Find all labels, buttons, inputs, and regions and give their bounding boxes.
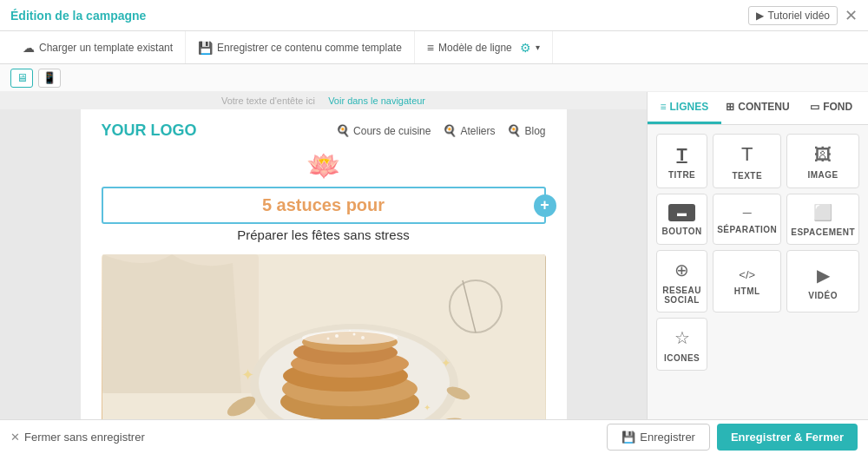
lines-icon: ≡ — [427, 41, 434, 55]
top-bar: Édition de la campagne ▶ Tutoriel vidéo … — [0, 0, 868, 31]
icones-icon: ☆ — [674, 327, 690, 348]
lotus-icon: 🪷 — [81, 152, 567, 181]
svg-point-19 — [335, 334, 339, 338]
html-icon: </> — [739, 268, 755, 281]
nav-item-cours: 🍳 Cours de cuisine — [336, 124, 431, 137]
upload-template-button[interactable]: ☁ Charger un template existant — [10, 31, 186, 63]
top-bar-right: ▶ Tutoriel vidéo ✕ — [748, 6, 858, 25]
html-label: HTML — [734, 286, 760, 296]
chevron-down-icon: ▾ — [536, 43, 540, 52]
email-image-row: ✦ ✦ ✦ — [81, 254, 567, 419]
email-title: 5 astuces pour — [262, 195, 385, 214]
save-template-button[interactable]: 💾 Enregistrer ce contenu comme template — [186, 31, 415, 63]
email-subtitle: Préparer les fêtes sans stress — [102, 224, 546, 249]
separation-icon: ─ — [743, 206, 752, 220]
video-icon: ▶ — [817, 265, 830, 286]
tab-fond[interactable]: ▭ FOND — [794, 92, 868, 124]
preview-bar: Votre texte d'entête ici Voir dans le na… — [0, 92, 647, 109]
panel-item-texte[interactable]: T TEXTE — [713, 134, 781, 188]
add-section-button[interactable]: + — [534, 194, 556, 217]
email-header: YOUR LOGO 🍳 Cours de cuisine 🍳 Ateliers … — [81, 109, 567, 152]
reseau-social-icon: ⊕ — [674, 260, 689, 280]
save-button[interactable]: 💾 Enregistrer — [607, 424, 710, 451]
image-icon: 🖼 — [814, 145, 832, 165]
canvas-area: Votre texte d'entête ici Voir dans le na… — [0, 92, 647, 419]
tutorial-button[interactable]: ▶ Tutoriel vidéo — [748, 6, 838, 25]
video-icon: ▶ — [756, 10, 764, 22]
panel-grid: T TITRE T TEXTE 🖼 IMAGE ▬ BOUTON ─ SÉPAR… — [648, 125, 868, 379]
line-model-button[interactable]: ≡ Modèle de ligne ⚙ ▾ — [415, 31, 553, 63]
svg-point-20 — [352, 333, 355, 336]
svg-text:✦: ✦ — [441, 356, 451, 370]
blog-icon: 🍳 — [507, 124, 521, 137]
tab-lignes[interactable]: ≡ LIGNES — [648, 92, 721, 124]
texte-label: TEXTE — [732, 171, 762, 181]
texte-icon: T — [741, 143, 753, 166]
logo-highlight: YOUR — [102, 122, 151, 139]
email-canvas: YOUR LOGO 🍳 Cours de cuisine 🍳 Ateliers … — [81, 109, 567, 419]
panel-item-espacement[interactable]: ⬜ ESPACEMENT — [786, 194, 859, 245]
device-bar: 🖥 📱 — [0, 64, 868, 92]
panel-item-reseau-social[interactable]: ⊕ RESEAU SOCIAL — [656, 250, 707, 313]
email-title-box[interactable]: 5 astuces pour + — [102, 187, 546, 224]
svg-point-10 — [302, 331, 398, 345]
lignes-tab-icon: ≡ — [660, 101, 666, 113]
tab-contenu[interactable]: ⊞ CONTENU — [721, 92, 795, 124]
panel-item-image[interactable]: 🖼 IMAGE — [786, 134, 859, 188]
cours-icon: 🍳 — [336, 124, 350, 137]
panel-item-video[interactable]: ▶ VIDÉO — [786, 250, 859, 313]
food-image: ✦ ✦ ✦ — [102, 254, 546, 419]
contenu-tab-icon: ⊞ — [726, 101, 734, 113]
svg-point-23 — [349, 330, 351, 332]
ateliers-icon: 🍳 — [443, 124, 457, 137]
separation-label: SÉPARATION — [717, 225, 777, 234]
cancel-button[interactable]: ✕ Fermer sans enregistrer — [10, 431, 145, 444]
bottom-right-actions: 💾 Enregistrer Enregistrer & Fermer — [607, 424, 858, 451]
nav-item-ateliers: 🍳 Ateliers — [443, 124, 495, 137]
email-nav: 🍳 Cours de cuisine 🍳 Ateliers 🍳 Blog — [336, 124, 545, 137]
email-title-row[interactable]: 5 astuces pour + Préparer les fêtes sans… — [81, 181, 567, 254]
panel-item-separation[interactable]: ─ SÉPARATION — [713, 194, 781, 245]
right-panel: ≡ LIGNES ⊞ CONTENU ▭ FOND T TITRE T TEXT… — [647, 92, 868, 419]
save-icon: 💾 — [621, 431, 635, 444]
panel-item-html[interactable]: </> HTML — [713, 250, 781, 313]
close-button[interactable]: ✕ — [845, 6, 858, 25]
save-close-button[interactable]: Enregistrer & Fermer — [717, 424, 858, 451]
svg-point-22 — [326, 338, 329, 340]
page-title: Édition de la campagne — [10, 9, 146, 23]
espacement-icon: ⬜ — [813, 203, 832, 222]
icones-label: ICONES — [664, 353, 700, 363]
gear-icon: ⚙ — [520, 41, 531, 55]
titre-icon: T — [676, 145, 687, 165]
toolbar: ☁ Charger un template existant 💾 Enregis… — [0, 31, 868, 64]
image-label: IMAGE — [808, 170, 838, 180]
x-icon: ✕ — [10, 431, 20, 444]
bottom-bar: ✕ Fermer sans enregistrer 💾 Enregistrer … — [0, 419, 868, 454]
fond-tab-icon: ▭ — [810, 101, 819, 113]
mobile-device-button[interactable]: 📱 — [38, 69, 61, 88]
espacement-label: ESPACEMENT — [791, 227, 855, 237]
logo: YOUR LOGO — [102, 122, 197, 140]
save-icon: 💾 — [198, 41, 213, 55]
titre-label: TITRE — [668, 170, 695, 180]
bouton-label: BOUTON — [662, 227, 702, 236]
main-layout: Votre texte d'entête ici Voir dans le na… — [0, 92, 868, 419]
panel-item-icones[interactable]: ☆ ICONES — [656, 318, 707, 371]
view-browser-link[interactable]: Voir dans le navigateur — [328, 95, 425, 106]
video-label: VIDÉO — [808, 291, 838, 300]
svg-text:✦: ✦ — [424, 403, 431, 412]
nav-item-blog: 🍳 Blog — [507, 124, 545, 137]
panel-tabs: ≡ LIGNES ⊞ CONTENU ▭ FOND — [648, 92, 868, 125]
panel-item-titre[interactable]: T TITRE — [656, 134, 707, 188]
reseau-social-label: RESEAU SOCIAL — [661, 286, 703, 305]
svg-text:✦: ✦ — [241, 366, 254, 384]
upload-icon: ☁ — [23, 41, 35, 55]
bouton-icon: ▬ — [668, 204, 695, 221]
desktop-device-button[interactable]: 🖥 — [10, 69, 33, 88]
panel-item-bouton[interactable]: ▬ BOUTON — [656, 194, 707, 245]
svg-point-21 — [361, 336, 365, 339]
